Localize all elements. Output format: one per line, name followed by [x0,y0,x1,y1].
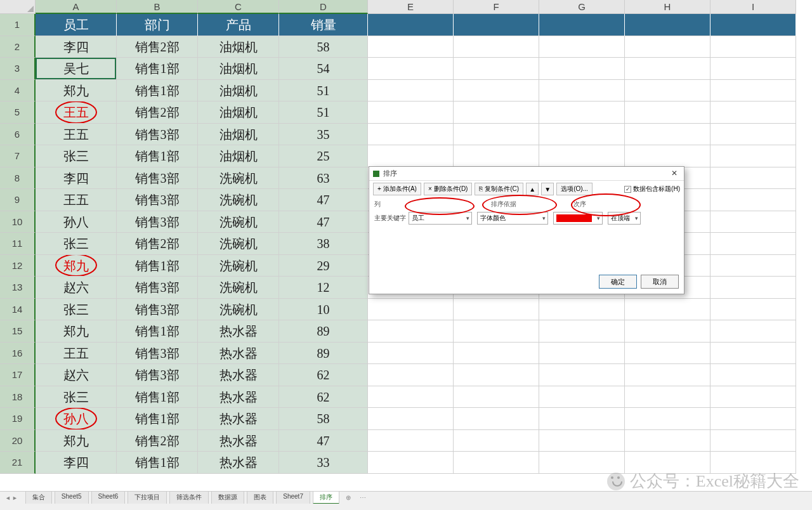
cell-E5[interactable] [368,101,454,124]
cell-G17[interactable] [539,364,625,386]
cell-I3[interactable] [710,58,796,80]
cell-D18[interactable]: 62 [279,386,368,409]
cell-I8[interactable] [710,167,796,190]
row-header-2[interactable]: 2 [0,36,36,58]
cell-F17[interactable] [454,364,539,386]
select-all-corner[interactable] [0,0,36,14]
row-header-15[interactable]: 15 [0,320,36,343]
cell-B12[interactable]: 销售1部 [117,255,198,277]
cell-G19[interactable] [539,408,625,430]
cell-I12[interactable] [710,255,796,277]
cell-E16[interactable] [368,343,454,365]
cell-D15[interactable]: 89 [279,320,368,343]
cell-F19[interactable] [454,408,539,430]
cell-C21[interactable]: 热水器 [198,452,279,474]
cell-I14[interactable] [710,299,796,321]
cell-C13[interactable]: 洗碗机 [198,277,279,299]
cell-E19[interactable] [368,408,454,430]
cell-D2[interactable]: 58 [279,36,368,58]
cell-E18[interactable] [368,386,454,409]
row-header-11[interactable]: 11 [0,233,36,255]
col-header-H[interactable]: H [625,0,710,14]
cell-H19[interactable] [625,408,710,430]
col-header-C[interactable]: C [198,0,279,14]
col-header-A[interactable]: A [36,0,117,14]
cell-D16[interactable]: 89 [279,343,368,365]
cell-I19[interactable] [710,408,796,430]
cell-E7[interactable] [368,145,454,167]
cell-B11[interactable]: 销售2部 [117,233,198,255]
cell-I15[interactable] [710,320,796,343]
cell-B7[interactable]: 销售1部 [117,145,198,167]
sheet-tab-筛选条件[interactable]: 筛选条件 [169,491,209,504]
row-header-9[interactable]: 9 [0,189,36,211]
cell-A7[interactable]: 张三 [36,145,117,167]
sheet-tab-数据源[interactable]: 数据源 [211,491,244,504]
cell-A1[interactable]: 员工 [36,14,117,36]
row-header-6[interactable]: 6 [0,124,36,146]
cell-I20[interactable] [710,430,796,452]
cell-H2[interactable] [625,36,710,58]
cell-D12[interactable]: 29 [279,255,368,277]
row-header-14[interactable]: 14 [0,299,36,321]
sheet-tab-Sheet6[interactable]: Sheet6 [91,491,126,504]
cell-I11[interactable] [710,233,796,255]
cell-A3[interactable]: 吴七 [36,58,117,80]
sort-on-combo[interactable]: 字体颜色 [477,212,548,225]
cell-D19[interactable]: 58 [279,408,368,430]
cell-B19[interactable]: 销售1部 [117,408,198,430]
row-header-5[interactable]: 5 [0,101,36,124]
add-sheet-button[interactable]: ⊕ [342,493,355,502]
cell-D11[interactable]: 38 [279,233,368,255]
row-header-3[interactable]: 3 [0,58,36,80]
cell-B15[interactable]: 销售1部 [117,320,198,343]
cell-A2[interactable]: 李四 [36,36,117,58]
col-header-B[interactable]: B [117,0,198,14]
cell-A4[interactable]: 郑九 [36,80,117,102]
cell-A12[interactable]: 郑九 [36,255,117,277]
cell-B17[interactable]: 销售3部 [117,364,198,386]
cell-A19[interactable]: 孙八 [36,408,117,430]
cell-B8[interactable]: 销售3部 [117,167,198,190]
cell-F5[interactable] [454,101,539,124]
cell-D9[interactable]: 47 [279,189,368,211]
cell-C11[interactable]: 洗碗机 [198,233,279,255]
cell-B6[interactable]: 销售3部 [117,124,198,146]
cell-H4[interactable] [625,80,710,102]
cell-F21[interactable] [454,452,539,474]
cell-D3[interactable]: 54 [279,58,368,80]
options-button[interactable]: 选项(O)... [556,183,593,195]
col-header-D[interactable]: D [279,0,368,14]
cell-A6[interactable]: 王五 [36,124,117,146]
header-checkbox-wrap[interactable]: ✓ 数据包含标题(H) [624,185,680,193]
row-header-7[interactable]: 7 [0,145,36,167]
cell-A14[interactable]: 张三 [36,299,117,321]
ok-button[interactable]: 确定 [599,275,637,289]
cell-I7[interactable] [710,145,796,167]
cell-B18[interactable]: 销售1部 [117,386,198,409]
cell-H3[interactable] [625,58,710,80]
sheet-tab-集合[interactable]: 集合 [25,491,52,504]
cell-E17[interactable] [368,364,454,386]
cell-F3[interactable] [454,58,539,80]
cell-E14[interactable] [368,299,454,321]
row-header-19[interactable]: 19 [0,408,36,430]
row-header-10[interactable]: 10 [0,211,36,233]
cell-A5[interactable]: 王五 [36,101,117,124]
tab-nav-arrows[interactable]: ◄► [5,495,18,501]
cell-D21[interactable]: 33 [279,452,368,474]
sort-position-combo[interactable]: 在顶端 [608,212,641,225]
cell-G7[interactable] [539,145,625,167]
cell-I5[interactable] [710,101,796,124]
cell-B5[interactable]: 销售2部 [117,101,198,124]
cell-E3[interactable] [368,58,454,80]
cell-C10[interactable]: 洗碗机 [198,211,279,233]
cell-B14[interactable]: 销售3部 [117,299,198,321]
delete-condition-button[interactable]: × 删除条件(D) [424,183,473,195]
cell-B21[interactable]: 销售1部 [117,452,198,474]
cell-H1[interactable] [625,14,710,36]
cell-B3[interactable]: 销售1部 [117,58,198,80]
cell-B9[interactable]: 销售3部 [117,189,198,211]
cell-C6[interactable]: 油烟机 [198,124,279,146]
cell-I18[interactable] [710,386,796,409]
